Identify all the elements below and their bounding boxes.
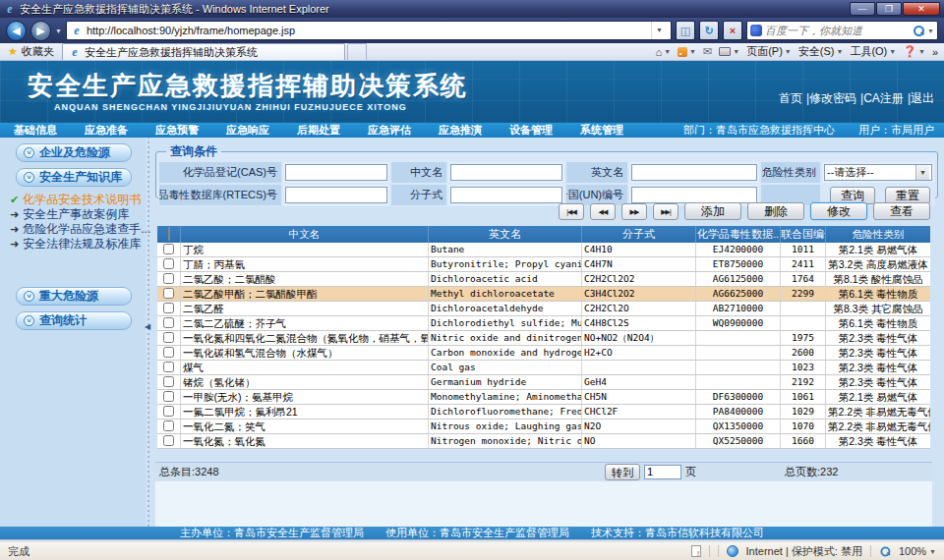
search-placeholder[interactable]: 百度一下，你就知道 — [765, 24, 910, 38]
cn-name-input[interactable] — [450, 164, 562, 181]
new-tab-button[interactable] — [347, 43, 367, 60]
sidebar-splitter[interactable]: ◀ — [146, 138, 151, 527]
more-commands-chevron[interactable]: » — [932, 46, 938, 58]
active-tab[interactable]: e 安全生产应急救援指挥辅助决策系统 — [62, 43, 345, 60]
address-field[interactable]: e http://localhost:90/yjzh/frame/homepag… — [66, 21, 672, 40]
top-link[interactable]: |CA注册 — [860, 90, 904, 107]
table-row[interactable]: 二氯二乙硫醚；芥子气 Dichlorodiethyl sulfide; Must… — [157, 316, 930, 331]
first-page-button[interactable]: |◀◀ — [559, 203, 584, 220]
nav-menu-item[interactable]: 应急推演 — [425, 123, 496, 138]
next-page-button[interactable]: ▶▶ — [621, 203, 647, 220]
cas-input[interactable] — [285, 164, 387, 181]
close-button[interactable]: ✕ — [903, 2, 940, 16]
read-mail-button[interactable]: ✉ — [703, 45, 712, 58]
add-button[interactable]: 添加 — [684, 202, 741, 220]
hazard-class-select[interactable]: --请选择-- ▼ — [824, 164, 932, 181]
row-checkbox[interactable] — [163, 317, 174, 328]
table-row[interactable]: 丁腈；丙基氰 Butyronitrile; Propyl cyanide C4H… — [157, 257, 930, 272]
top-link[interactable]: |退出 — [908, 90, 934, 107]
row-checkbox[interactable] — [163, 332, 174, 343]
nav-menu-item[interactable]: 应急预警 — [142, 123, 212, 138]
table-row[interactable]: 二氯乙醛 Dichloroacetaldehyde C2H2Cl2O AB271… — [157, 302, 930, 316]
history-dropdown-icon[interactable]: ▼ — [55, 28, 62, 34]
top-link[interactable]: 首页 — [779, 90, 802, 107]
sidebar-group-query-stats[interactable]: ˅ 查询统计 — [16, 311, 132, 330]
top-link[interactable]: |修改密码 — [806, 90, 856, 107]
formula-input[interactable] — [450, 187, 562, 203]
sidebar-item-chemical-msds[interactable]: ✔ 化学品安全技术说明书 — [10, 193, 146, 207]
table-row[interactable]: 二氯乙酸甲酯；二氯醋酸甲酯 Methyl dichloroacetate C3H… — [157, 287, 930, 302]
table-row[interactable]: 锗烷（氢化锗） Germanium hydride GeH4 2192 第2.3… — [157, 375, 930, 390]
table-row[interactable]: 一氧化氮；氧化氮 Nitrogen monoxide; Nitric oxide… — [157, 434, 930, 449]
maximize-button[interactable]: ❐ — [876, 2, 902, 16]
select-dropdown-icon[interactable]: ▼ — [915, 165, 929, 180]
search-box[interactable]: 百度一下，你就知道 ▼ — [746, 21, 938, 40]
search-button[interactable]: 查询 — [830, 187, 875, 204]
nav-menu-item[interactable]: 应急准备 — [71, 123, 142, 138]
url-text[interactable]: http://localhost:90/yjzh/frame/homepage.… — [87, 25, 647, 36]
sidebar-group-major-hazards[interactable]: ˅ 重大危险源 — [16, 287, 132, 306]
row-checkbox[interactable] — [163, 391, 174, 402]
print-button[interactable]: ▼ — [719, 47, 739, 56]
favorites-button[interactable]: ★ 收藏夹 — [0, 43, 62, 60]
table-row[interactable]: 一氧化二氮；笑气 Nitrous oxide; Laughing gas N2O… — [157, 420, 930, 434]
sidebar-item-accident-cases[interactable]: ➜ 安全生产事故案例库 — [10, 207, 146, 222]
zoom-control[interactable]: 100% ▼ — [899, 545, 936, 557]
zoom-dropdown-icon[interactable]: ▼ — [929, 548, 936, 555]
row-checkbox[interactable] — [163, 347, 174, 358]
table-row[interactable]: 一甲胺(无水)；氨基甲烷 Monomethylamine; Aminometha… — [157, 390, 930, 405]
row-checkbox[interactable] — [163, 288, 174, 299]
un-number-input[interactable] — [631, 187, 757, 203]
select-all-checkbox[interactable] — [168, 227, 170, 241]
prev-page-button[interactable]: ◀◀ — [590, 203, 616, 220]
feeds-button[interactable]: ▼ — [678, 47, 696, 57]
refresh-icon[interactable]: ↻ — [699, 21, 719, 40]
row-checkbox[interactable] — [163, 362, 174, 372]
row-checkbox[interactable] — [163, 435, 174, 446]
table-row[interactable]: 一氧化氮和四氧化二氮混合物（氮氧化物，硝基气，氧化氮气体） Nitric oxi… — [157, 331, 930, 346]
sidebar-item-quick-reference[interactable]: ➜ 危险化学品应急速查手... — [10, 222, 146, 237]
nav-menu-item[interactable]: 设备管理 — [496, 123, 566, 138]
table-row[interactable]: 煤气 Coal gas 1023 第2.3类 毒性气体 — [157, 361, 930, 375]
row-checkbox[interactable] — [163, 420, 174, 431]
row-checkbox[interactable] — [163, 406, 174, 417]
row-checkbox[interactable] — [163, 303, 174, 313]
nav-menu-item[interactable]: 应急响应 — [212, 123, 283, 138]
stop-icon[interactable]: × — [723, 21, 742, 40]
row-checkbox[interactable] — [163, 376, 174, 387]
address-dropdown-icon[interactable]: ▼ — [651, 22, 667, 39]
last-page-button[interactable]: ▶▶| — [653, 203, 678, 220]
table-row[interactable]: 一氧化碳和氢气混合物（水煤气） Carbon monoxide and hydr… — [157, 346, 930, 361]
delete-button[interactable]: 删除 — [747, 202, 804, 220]
page-alert-icon[interactable] — [691, 545, 701, 557]
en-name-input[interactable] — [631, 164, 757, 181]
view-button[interactable]: 查看 — [873, 202, 930, 220]
compatibility-view-icon[interactable]: ◫ — [676, 21, 695, 40]
help-menu[interactable]: ❓▼ — [903, 45, 925, 58]
goto-page-button[interactable]: 转到 — [605, 464, 640, 480]
tools-menu[interactable]: 工具(O)▼ — [850, 44, 896, 59]
page-menu[interactable]: 页面(P)▼ — [746, 44, 792, 59]
row-checkbox[interactable] — [163, 258, 174, 269]
page-number-input[interactable] — [644, 465, 681, 479]
sidebar-group-knowledge[interactable]: ˅ 安全生产知识库 — [16, 168, 132, 187]
nav-menu-item[interactable]: 应急评估 — [354, 123, 425, 138]
row-checkbox[interactable] — [163, 244, 174, 254]
table-row[interactable]: 二氯乙酸；二氯醋酸 Dichloroacetic acid C2H2Cl2O2 … — [157, 272, 930, 287]
search-magnifier-icon[interactable] — [913, 25, 924, 36]
sidebar-item-laws-standards[interactable]: ➜ 安全法律法规及标准库 — [10, 237, 146, 252]
rtecs-input[interactable] — [285, 187, 387, 203]
safety-menu[interactable]: 安全(S)▼ — [798, 44, 844, 59]
modify-button[interactable]: 修改 — [810, 202, 867, 220]
reset-button[interactable]: 重置 — [885, 187, 930, 204]
forward-button[interactable]: ▶ — [30, 21, 51, 41]
row-checkbox[interactable] — [163, 273, 174, 284]
search-dropdown-icon[interactable]: ▼ — [927, 28, 934, 34]
nav-menu-item[interactable]: 基础信息 — [0, 123, 71, 138]
collapse-arrow-icon[interactable]: ◀ — [145, 322, 150, 331]
home-button[interactable]: ⌂▼ — [655, 46, 671, 58]
nav-menu-item[interactable]: 后期处置 — [283, 123, 354, 138]
back-button[interactable]: ◀ — [6, 21, 27, 41]
table-row[interactable]: 丁烷 Butane C4H10 EJ4200000 1011 第2.1类 易燃气… — [157, 243, 930, 257]
nav-menu-item[interactable]: 系统管理 — [566, 123, 637, 138]
